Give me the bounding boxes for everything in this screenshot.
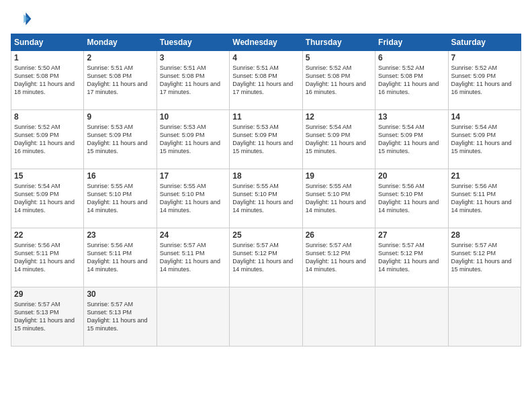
- day-info: Sunrise: 5:57 AMSunset: 5:12 PMDaylight:…: [232, 241, 299, 274]
- calendar-cell: [157, 287, 229, 347]
- day-number: 13: [378, 112, 445, 122]
- day-info: Sunrise: 5:51 AMSunset: 5:08 PMDaylight:…: [160, 64, 226, 97]
- calendar-cell: 4Sunrise: 5:51 AMSunset: 5:08 PMDaylight…: [230, 51, 302, 110]
- day-info: Sunrise: 5:54 AMSunset: 5:09 PMDaylight:…: [378, 123, 445, 156]
- day-number: 14: [451, 112, 518, 122]
- day-number: 7: [451, 53, 518, 62]
- day-info: Sunrise: 5:50 AMSunset: 5:08 PMDaylight:…: [14, 64, 81, 97]
- page: SundayMondayTuesdayWednesdayThursdayFrid…: [0, 0, 532, 411]
- day-number: 11: [232, 112, 299, 122]
- day-info: Sunrise: 5:56 AMSunset: 5:11 PMDaylight:…: [451, 182, 518, 215]
- day-number: 22: [14, 230, 81, 240]
- calendar-cell: 26Sunrise: 5:57 AMSunset: 5:12 PMDayligh…: [302, 228, 375, 287]
- calendar-cell: 5Sunrise: 5:52 AMSunset: 5:08 PMDaylight…: [302, 51, 375, 110]
- day-info: Sunrise: 5:57 AMSunset: 5:12 PMDaylight:…: [306, 241, 372, 274]
- calendar-cell: 15Sunrise: 5:54 AMSunset: 5:09 PMDayligh…: [11, 169, 84, 228]
- calendar-cell: 18Sunrise: 5:55 AMSunset: 5:10 PMDayligh…: [230, 169, 302, 228]
- calendar-table: SundayMondayTuesdayWednesdayThursdayFrid…: [11, 34, 521, 347]
- day-info: Sunrise: 5:57 AMSunset: 5:11 PMDaylight:…: [160, 241, 226, 274]
- day-number: 28: [451, 230, 518, 240]
- calendar-header-wednesday: Wednesday: [230, 34, 302, 51]
- logo: [11, 8, 35, 30]
- day-number: 27: [378, 230, 445, 240]
- day-number: 6: [378, 53, 445, 62]
- day-number: 12: [306, 112, 372, 122]
- day-number: 8: [14, 112, 81, 122]
- day-number: 5: [306, 53, 372, 62]
- calendar-header-monday: Monday: [84, 34, 157, 51]
- calendar-cell: 20Sunrise: 5:56 AMSunset: 5:10 PMDayligh…: [375, 169, 448, 228]
- calendar-cell: 28Sunrise: 5:57 AMSunset: 5:12 PMDayligh…: [448, 228, 521, 287]
- day-info: Sunrise: 5:53 AMSunset: 5:09 PMDaylight:…: [160, 123, 226, 156]
- calendar-cell: [302, 287, 375, 347]
- day-number: 25: [232, 230, 299, 240]
- calendar-cell: 27Sunrise: 5:57 AMSunset: 5:12 PMDayligh…: [375, 228, 448, 287]
- day-info: Sunrise: 5:54 AMSunset: 5:09 PMDaylight:…: [306, 123, 372, 156]
- calendar-cell: 14Sunrise: 5:54 AMSunset: 5:09 PMDayligh…: [448, 110, 521, 169]
- day-info: Sunrise: 5:56 AMSunset: 5:11 PMDaylight:…: [14, 241, 81, 274]
- day-info: Sunrise: 5:57 AMSunset: 5:13 PMDaylight:…: [14, 300, 81, 333]
- calendar-cell: 24Sunrise: 5:57 AMSunset: 5:11 PMDayligh…: [157, 228, 229, 287]
- day-info: Sunrise: 5:57 AMSunset: 5:12 PMDaylight:…: [451, 241, 518, 274]
- day-number: 16: [87, 171, 153, 181]
- day-number: 29: [14, 289, 81, 299]
- day-number: 9: [87, 112, 153, 122]
- day-number: 2: [87, 53, 153, 62]
- calendar-week-1: 1Sunrise: 5:50 AMSunset: 5:08 PMDaylight…: [11, 51, 521, 110]
- calendar-cell: 17Sunrise: 5:55 AMSunset: 5:10 PMDayligh…: [157, 169, 229, 228]
- calendar-cell: [375, 287, 448, 347]
- day-number: 30: [87, 289, 153, 299]
- calendar-cell: 21Sunrise: 5:56 AMSunset: 5:11 PMDayligh…: [448, 169, 521, 228]
- day-info: Sunrise: 5:52 AMSunset: 5:09 PMDaylight:…: [14, 123, 81, 156]
- calendar-cell: 13Sunrise: 5:54 AMSunset: 5:09 PMDayligh…: [375, 110, 448, 169]
- calendar-week-5: 29Sunrise: 5:57 AMSunset: 5:13 PMDayligh…: [11, 287, 521, 347]
- day-number: 15: [14, 171, 81, 181]
- day-info: Sunrise: 5:53 AMSunset: 5:09 PMDaylight:…: [87, 123, 153, 156]
- day-number: 1: [14, 53, 81, 62]
- day-number: 17: [160, 171, 226, 181]
- calendar-header-saturday: Saturday: [448, 34, 521, 51]
- day-number: 23: [87, 230, 153, 240]
- calendar-cell: 6Sunrise: 5:52 AMSunset: 5:08 PMDaylight…: [375, 51, 448, 110]
- day-info: Sunrise: 5:55 AMSunset: 5:10 PMDaylight:…: [160, 182, 226, 215]
- calendar-cell: [448, 287, 521, 347]
- calendar-header-row: SundayMondayTuesdayWednesdayThursdayFrid…: [11, 34, 521, 51]
- day-info: Sunrise: 5:55 AMSunset: 5:10 PMDaylight:…: [306, 182, 372, 215]
- calendar-header-thursday: Thursday: [302, 34, 375, 51]
- day-info: Sunrise: 5:54 AMSunset: 5:09 PMDaylight:…: [451, 123, 518, 156]
- day-info: Sunrise: 5:52 AMSunset: 5:08 PMDaylight:…: [306, 64, 372, 97]
- calendar-cell: 7Sunrise: 5:52 AMSunset: 5:09 PMDaylight…: [448, 51, 521, 110]
- calendar-header-sunday: Sunday: [11, 34, 84, 51]
- day-number: 26: [306, 230, 372, 240]
- header: [11, 8, 521, 30]
- calendar-week-2: 8Sunrise: 5:52 AMSunset: 5:09 PMDaylight…: [11, 110, 521, 169]
- calendar-cell: 12Sunrise: 5:54 AMSunset: 5:09 PMDayligh…: [302, 110, 375, 169]
- calendar-cell: 25Sunrise: 5:57 AMSunset: 5:12 PMDayligh…: [230, 228, 302, 287]
- day-number: 20: [378, 171, 445, 181]
- day-info: Sunrise: 5:57 AMSunset: 5:12 PMDaylight:…: [378, 241, 445, 274]
- calendar-cell: 19Sunrise: 5:55 AMSunset: 5:10 PMDayligh…: [302, 169, 375, 228]
- day-info: Sunrise: 5:54 AMSunset: 5:09 PMDaylight:…: [14, 182, 81, 215]
- calendar-week-4: 22Sunrise: 5:56 AMSunset: 5:11 PMDayligh…: [11, 228, 521, 287]
- day-info: Sunrise: 5:56 AMSunset: 5:10 PMDaylight:…: [378, 182, 445, 215]
- day-number: 18: [232, 171, 299, 181]
- day-info: Sunrise: 5:55 AMSunset: 5:10 PMDaylight:…: [87, 182, 153, 215]
- calendar-cell: 1Sunrise: 5:50 AMSunset: 5:08 PMDaylight…: [11, 51, 84, 110]
- calendar-cell: 16Sunrise: 5:55 AMSunset: 5:10 PMDayligh…: [84, 169, 157, 228]
- day-info: Sunrise: 5:55 AMSunset: 5:10 PMDaylight:…: [232, 182, 299, 215]
- day-info: Sunrise: 5:52 AMSunset: 5:09 PMDaylight:…: [451, 64, 518, 97]
- calendar-cell: 22Sunrise: 5:56 AMSunset: 5:11 PMDayligh…: [11, 228, 84, 287]
- calendar-cell: 10Sunrise: 5:53 AMSunset: 5:09 PMDayligh…: [157, 110, 229, 169]
- day-number: 24: [160, 230, 226, 240]
- day-info: Sunrise: 5:57 AMSunset: 5:13 PMDaylight:…: [87, 300, 153, 333]
- day-number: 3: [160, 53, 226, 62]
- day-info: Sunrise: 5:52 AMSunset: 5:08 PMDaylight:…: [378, 64, 445, 97]
- day-info: Sunrise: 5:51 AMSunset: 5:08 PMDaylight:…: [87, 64, 153, 97]
- calendar-cell: 29Sunrise: 5:57 AMSunset: 5:13 PMDayligh…: [11, 287, 84, 347]
- logo-icon: [11, 8, 32, 30]
- day-number: 19: [306, 171, 372, 181]
- day-number: 10: [160, 112, 226, 122]
- calendar-cell: 3Sunrise: 5:51 AMSunset: 5:08 PMDaylight…: [157, 51, 229, 110]
- calendar-week-3: 15Sunrise: 5:54 AMSunset: 5:09 PMDayligh…: [11, 169, 521, 228]
- calendar-cell: 11Sunrise: 5:53 AMSunset: 5:09 PMDayligh…: [230, 110, 302, 169]
